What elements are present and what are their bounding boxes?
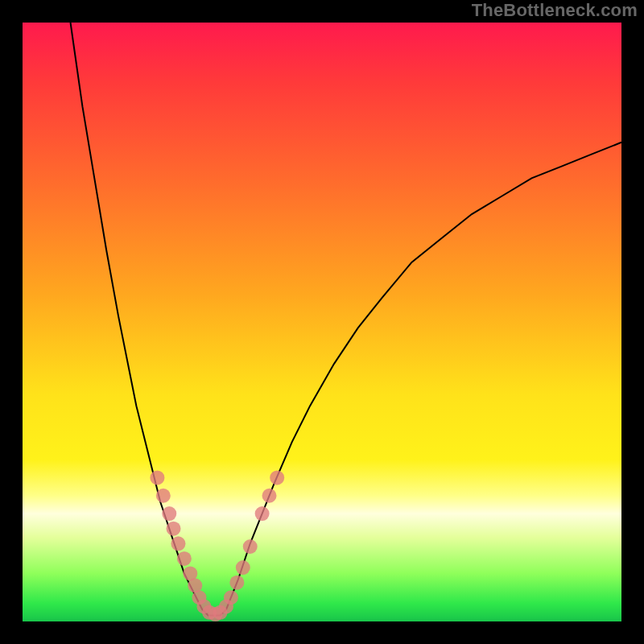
data-point bbox=[162, 506, 176, 521]
data-point bbox=[236, 560, 250, 575]
data-point bbox=[177, 551, 192, 566]
data-point bbox=[171, 536, 185, 551]
plot-area bbox=[23, 23, 621, 621]
chart-frame: TheBottleneck.com bbox=[0, 0, 644, 644]
data-point bbox=[243, 539, 258, 554]
curve-svg bbox=[23, 23, 621, 621]
curve-group bbox=[71, 23, 621, 616]
watermark-text: TheBottleneck.com bbox=[472, 0, 638, 21]
data-point bbox=[166, 522, 180, 536]
data-point bbox=[156, 489, 171, 503]
data-point bbox=[270, 470, 284, 485]
data-point bbox=[255, 506, 270, 521]
dots-group bbox=[150, 470, 284, 621]
data-point bbox=[262, 489, 277, 503]
data-point bbox=[229, 576, 244, 590]
data-point bbox=[150, 470, 164, 485]
bottleneck-curve bbox=[71, 23, 621, 616]
data-point bbox=[224, 590, 238, 605]
